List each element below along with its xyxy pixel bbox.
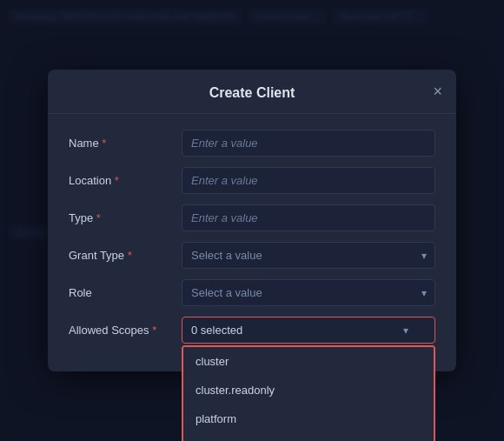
modal-title: Create Client: [209, 85, 295, 101]
role-select[interactable]: Select a value: [182, 279, 435, 306]
allowed-scopes-selected-label: 0 selected: [191, 324, 242, 337]
location-row: Location *: [69, 167, 435, 194]
role-label: Role: [69, 286, 182, 299]
name-required: *: [102, 137, 106, 150]
allowed-scopes-row: Allowed Scopes * 0 selected ▾ cluster cl…: [69, 317, 435, 344]
list-item[interactable]: cluster: [183, 347, 434, 376]
list-item[interactable]: platform.readonly: [183, 433, 434, 441]
name-input[interactable]: [182, 130, 435, 157]
allowed-scopes-button[interactable]: 0 selected ▾: [182, 317, 435, 344]
create-client-modal: Create Client × Name * Location *: [48, 70, 456, 371]
modal-header: Create Client ×: [48, 70, 456, 114]
allowed-scopes-multiselect-wrapper: 0 selected ▾ cluster cluster.readonly pl…: [182, 317, 435, 344]
role-row: Role Select a value ▾: [69, 279, 435, 306]
role-select-wrapper: Select a value ▾: [182, 279, 435, 306]
grant-type-row: Grant Type * Select a value ▾: [69, 242, 435, 269]
location-required: *: [115, 174, 119, 187]
allowed-scopes-label: Allowed Scopes *: [69, 317, 182, 337]
location-input[interactable]: [182, 167, 435, 194]
allowed-scopes-required: *: [152, 324, 156, 337]
type-label: Type *: [69, 211, 182, 224]
list-item[interactable]: cluster.readonly: [183, 376, 434, 404]
modal-overlay: Create Client × Name * Location *: [0, 0, 504, 441]
type-input[interactable]: [182, 204, 435, 231]
close-button[interactable]: ×: [433, 84, 442, 99]
grant-type-required: *: [128, 249, 132, 262]
name-label: Name *: [69, 137, 182, 150]
allowed-scopes-dropdown: cluster cluster.readonly platform platfo…: [182, 345, 435, 441]
location-label: Location *: [69, 174, 182, 187]
grant-type-select[interactable]: Select a value: [182, 242, 435, 269]
type-row: Type *: [69, 204, 435, 231]
list-item[interactable]: platform: [183, 404, 434, 433]
modal-body: Name * Location * Type *: [48, 114, 456, 371]
allowed-scopes-arrow-icon: ▾: [403, 324, 408, 337]
grant-type-select-wrapper: Select a value ▾: [182, 242, 435, 269]
grant-type-label: Grant Type *: [69, 249, 182, 262]
name-row: Name *: [69, 130, 435, 157]
type-required: *: [96, 211, 101, 224]
